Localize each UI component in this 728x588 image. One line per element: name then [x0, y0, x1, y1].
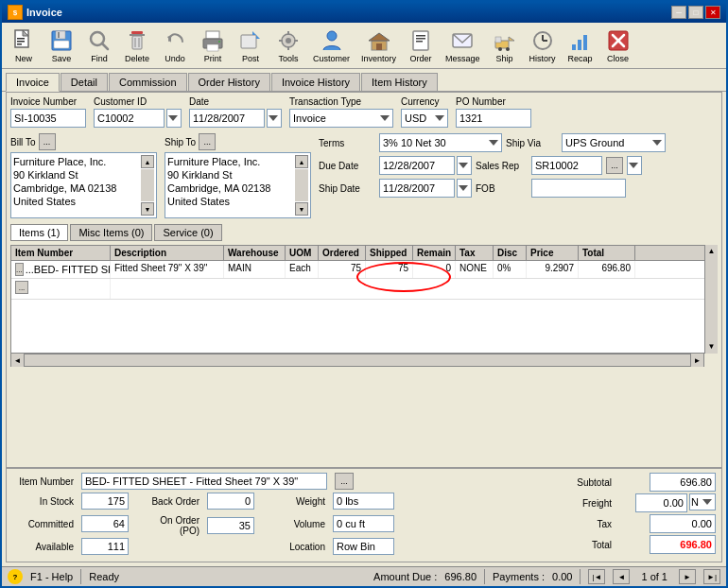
- available-input[interactable]: [81, 538, 129, 555]
- nav-first-button[interactable]: |◄: [588, 569, 605, 584]
- customer-id-select[interactable]: [166, 109, 182, 128]
- total-value[interactable]: [650, 535, 716, 554]
- po-number-input[interactable]: [456, 109, 531, 128]
- col-ordered: Ordered: [319, 246, 366, 260]
- svg-point-41: [498, 47, 502, 51]
- tax-row: Tax: [564, 514, 716, 533]
- due-date-input[interactable]: [379, 156, 455, 175]
- customer-button[interactable]: Customer: [308, 25, 355, 66]
- col-remain: Remain: [413, 246, 456, 260]
- form-row-1: Invoice Number Customer ID Date: [10, 96, 718, 128]
- recap-button[interactable]: Recap: [563, 25, 598, 66]
- currency-select[interactable]: USD: [401, 109, 448, 128]
- inventory-button[interactable]: Inventory: [356, 25, 401, 66]
- weight-input[interactable]: [333, 493, 394, 510]
- undo-button[interactable]: Undo: [157, 25, 193, 66]
- ship-button[interactable]: Ship: [487, 25, 523, 66]
- freight-flag-select[interactable]: N: [689, 493, 716, 510]
- post-button[interactable]: Post: [233, 25, 269, 66]
- ship-via-select[interactable]: UPS Ground: [562, 133, 666, 152]
- committed-label: Committed: [12, 519, 74, 529]
- back-order-label: Back Order: [138, 496, 199, 507]
- new-button[interactable]: New: [6, 25, 42, 66]
- close-button-toolbar[interactable]: Close: [600, 25, 636, 66]
- sales-rep-ellipsis-button[interactable]: ...: [606, 157, 623, 174]
- scroll-down-btn[interactable]: ▼: [708, 340, 716, 354]
- ship-date-input[interactable]: [379, 179, 455, 198]
- item-number-ellipsis[interactable]: ...: [335, 473, 354, 490]
- tab-detail[interactable]: Detail: [61, 73, 108, 91]
- ship-to-ellipsis-button[interactable]: ...: [199, 133, 216, 150]
- print-button[interactable]: Print: [195, 25, 231, 66]
- tab-invoice-history[interactable]: Invoice History: [271, 73, 360, 91]
- table-row[interactable]: ... ...BED- FITTED SHEE ▼ Fitted Sheet 7…: [11, 261, 717, 279]
- order-button[interactable]: Order: [403, 25, 439, 66]
- row-ellipsis[interactable]: ...: [15, 263, 24, 276]
- find-button[interactable]: Find: [81, 25, 117, 66]
- status-separator-1: [80, 569, 81, 584]
- fob-input[interactable]: [531, 179, 626, 198]
- terms-select[interactable]: 3% 10 Net 30: [379, 133, 502, 152]
- scroll-right-btn[interactable]: ►: [690, 354, 703, 367]
- svg-rect-49: [583, 35, 587, 50]
- bill-to-scroll-down[interactable]: ▼: [141, 202, 154, 216]
- close-button[interactable]: ✕: [705, 6, 720, 19]
- scroll-up-btn[interactable]: ▲: [708, 245, 716, 258]
- back-order-input[interactable]: [207, 493, 254, 510]
- nav-last-button[interactable]: ►|: [703, 569, 720, 584]
- tab-invoice[interactable]: Invoice: [6, 73, 60, 92]
- on-order-input[interactable]: [207, 517, 254, 534]
- history-button[interactable]: History: [525, 25, 561, 66]
- freight-value[interactable]: [635, 493, 687, 512]
- item-number-bottom-input[interactable]: [81, 473, 327, 490]
- message-button[interactable]: Message: [441, 25, 485, 66]
- invoice-number-input[interactable]: [10, 109, 86, 128]
- item-number-row: Item Number ...: [12, 473, 555, 490]
- ship-date-row: Ship Date FOB: [319, 179, 718, 198]
- scroll-left-btn[interactable]: ◄: [11, 354, 25, 367]
- grid-scrollbar-bottom[interactable]: ◄ ►: [10, 354, 704, 367]
- ship-to-scroll-down[interactable]: ▼: [295, 202, 308, 216]
- sales-rep-select[interactable]: [627, 156, 642, 175]
- date-input[interactable]: [189, 109, 265, 128]
- cell-tax: NONE: [456, 261, 494, 278]
- subtotal-value[interactable]: [650, 473, 716, 492]
- sales-rep-input[interactable]: [531, 156, 602, 175]
- tools-icon: [275, 27, 302, 54]
- nav-next-button[interactable]: ►: [679, 569, 696, 584]
- add-row-ellipsis[interactable]: ...: [15, 281, 28, 294]
- maximize-button[interactable]: □: [688, 6, 703, 19]
- location-input[interactable]: [333, 538, 394, 555]
- tax-value[interactable]: [650, 514, 716, 533]
- items-tab-service[interactable]: Service (0): [154, 224, 221, 241]
- date-select[interactable]: [267, 109, 282, 128]
- committed-input[interactable]: [81, 515, 129, 532]
- customer-id-input[interactable]: [94, 109, 165, 128]
- bill-to-ellipsis-button[interactable]: ...: [39, 133, 56, 150]
- items-tab-misc[interactable]: Misc Items (0): [70, 224, 152, 241]
- ship-to-scroll-up[interactable]: ▲: [295, 155, 308, 168]
- tab-item-history[interactable]: Item History: [361, 73, 438, 91]
- minimize-button[interactable]: ─: [671, 6, 686, 19]
- delete-button[interactable]: Delete: [119, 25, 155, 66]
- items-tab-items[interactable]: Items (1): [10, 224, 68, 241]
- volume-input[interactable]: [333, 515, 394, 532]
- ship-to-scroll-track: [295, 169, 308, 201]
- due-date-select[interactable]: [457, 156, 472, 175]
- items-grid[interactable]: Item Number Description Warehouse UOM Or…: [10, 245, 718, 354]
- grid-scrollbar-right[interactable]: ▲ ▼: [704, 245, 718, 354]
- ship-date-select[interactable]: [457, 179, 472, 198]
- in-stock-input[interactable]: [81, 493, 129, 510]
- tab-commission[interactable]: Commission: [109, 73, 187, 91]
- tab-order-history[interactable]: Order History: [188, 73, 270, 91]
- nav-prev-button[interactable]: ◄: [613, 569, 630, 584]
- grid-header: Item Number Description Warehouse UOM Or…: [11, 246, 717, 261]
- undo-icon: [162, 27, 188, 54]
- cell-shipped: 75: [366, 261, 413, 278]
- transaction-type-select[interactable]: Invoice: [289, 109, 393, 128]
- col-item-number: Item Number: [11, 246, 111, 260]
- save-button[interactable]: Save: [43, 25, 79, 66]
- tools-button[interactable]: Tools: [270, 25, 306, 66]
- bill-to-scroll-up[interactable]: ▲: [141, 155, 154, 168]
- currency-label: Currency: [401, 96, 448, 107]
